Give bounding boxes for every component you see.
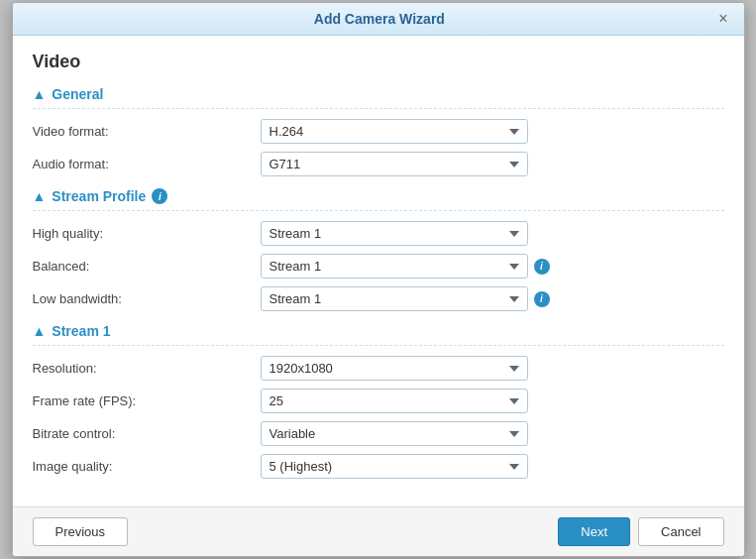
image-quality-select[interactable]: 5 (Highest) 4 3 2 1 (Lowest) xyxy=(261,454,528,479)
balanced-row: Balanced: Stream 1 Stream 2 Stream 3 i xyxy=(33,254,724,279)
low-bandwidth-info-icon[interactable]: i xyxy=(534,291,550,307)
page-title: Video xyxy=(33,52,724,72)
stream-profile-collapse-icon[interactable]: ▲ xyxy=(33,188,47,204)
framerate-select[interactable]: 25 30 15 10 5 xyxy=(261,389,528,413)
bitrate-control-select[interactable]: Variable Constant xyxy=(261,421,528,446)
framerate-label: Frame rate (FPS): xyxy=(33,393,261,408)
dialog-body: Video ▲ General Video format: H.264 H.26… xyxy=(13,36,744,506)
image-quality-label: Image quality: xyxy=(33,459,261,474)
stream1-section-title: Stream 1 xyxy=(52,323,110,339)
balanced-control: Stream 1 Stream 2 Stream 3 i xyxy=(261,254,724,279)
bitrate-control-row: Bitrate control: Variable Constant xyxy=(33,421,724,446)
high-quality-row: High quality: Stream 1 Stream 2 Stream 3 xyxy=(33,221,724,246)
resolution-control: 1920x1080 1280x720 640x480 xyxy=(261,356,724,381)
stream1-collapse-icon[interactable]: ▲ xyxy=(33,323,47,339)
footer-right-buttons: Next Cancel xyxy=(558,517,723,546)
cancel-button[interactable]: Cancel xyxy=(638,517,723,546)
video-format-label: Video format: xyxy=(33,124,261,139)
dialog-footer: Previous Next Cancel xyxy=(13,506,744,556)
close-button[interactable]: × xyxy=(714,11,731,27)
image-quality-control: 5 (Highest) 4 3 2 1 (Lowest) xyxy=(261,454,724,479)
video-format-select[interactable]: H.264 H.265 MJPEG xyxy=(261,119,528,144)
dialog-title: Add Camera Wizard xyxy=(45,11,715,27)
stream-profile-section: ▲ Stream Profile i High quality: Stream … xyxy=(33,188,724,311)
low-bandwidth-select[interactable]: Stream 1 Stream 2 Stream 3 xyxy=(261,286,528,311)
general-section-title: General xyxy=(52,86,103,102)
add-camera-dialog: Add Camera Wizard × Video ▲ General Vide… xyxy=(12,2,745,557)
bitrate-control-label: Bitrate control: xyxy=(33,426,261,441)
low-bandwidth-control: Stream 1 Stream 2 Stream 3 i xyxy=(261,286,724,311)
bitrate-control-control: Variable Constant xyxy=(261,421,724,446)
stream1-section: ▲ Stream 1 Resolution: 1920x1080 1280x72… xyxy=(33,323,724,479)
framerate-control: 25 30 15 10 5 xyxy=(261,389,724,413)
audio-format-row: Audio format: G711 G722 AAC xyxy=(33,152,724,176)
general-section-header: ▲ General xyxy=(33,86,724,109)
resolution-row: Resolution: 1920x1080 1280x720 640x480 xyxy=(33,356,724,381)
stream-profile-section-header: ▲ Stream Profile i xyxy=(33,188,724,211)
low-bandwidth-row: Low bandwidth: Stream 1 Stream 2 Stream … xyxy=(33,286,724,311)
image-quality-row: Image quality: 5 (Highest) 4 3 2 1 (Lowe… xyxy=(33,454,724,479)
previous-button[interactable]: Previous xyxy=(33,517,129,546)
video-format-control: H.264 H.265 MJPEG xyxy=(261,119,724,144)
next-button[interactable]: Next xyxy=(558,517,630,546)
balanced-info-icon[interactable]: i xyxy=(534,259,550,275)
audio-format-control: G711 G722 AAC xyxy=(261,152,724,176)
audio-format-select[interactable]: G711 G722 AAC xyxy=(261,152,528,176)
resolution-select[interactable]: 1920x1080 1280x720 640x480 xyxy=(261,356,528,381)
stream-profile-section-title: Stream Profile xyxy=(52,188,146,204)
video-format-row: Video format: H.264 H.265 MJPEG xyxy=(33,119,724,144)
balanced-select[interactable]: Stream 1 Stream 2 Stream 3 xyxy=(261,254,528,279)
scroll-area: ▲ General Video format: H.264 H.265 MJPE… xyxy=(33,86,724,491)
balanced-label: Balanced: xyxy=(33,259,261,274)
stream1-section-header: ▲ Stream 1 xyxy=(33,323,724,346)
low-bandwidth-label: Low bandwidth: xyxy=(33,291,261,306)
framerate-row: Frame rate (FPS): 25 30 15 10 5 xyxy=(33,389,724,413)
resolution-label: Resolution: xyxy=(33,361,261,376)
stream-profile-info-icon[interactable]: i xyxy=(152,188,167,204)
general-collapse-icon[interactable]: ▲ xyxy=(33,86,47,102)
high-quality-label: High quality: xyxy=(33,226,261,241)
audio-format-label: Audio format: xyxy=(33,157,261,171)
high-quality-select[interactable]: Stream 1 Stream 2 Stream 3 xyxy=(261,221,528,246)
general-section: ▲ General Video format: H.264 H.265 MJPE… xyxy=(33,86,724,176)
dialog-header: Add Camera Wizard × xyxy=(13,3,744,36)
high-quality-control: Stream 1 Stream 2 Stream 3 xyxy=(261,221,724,246)
